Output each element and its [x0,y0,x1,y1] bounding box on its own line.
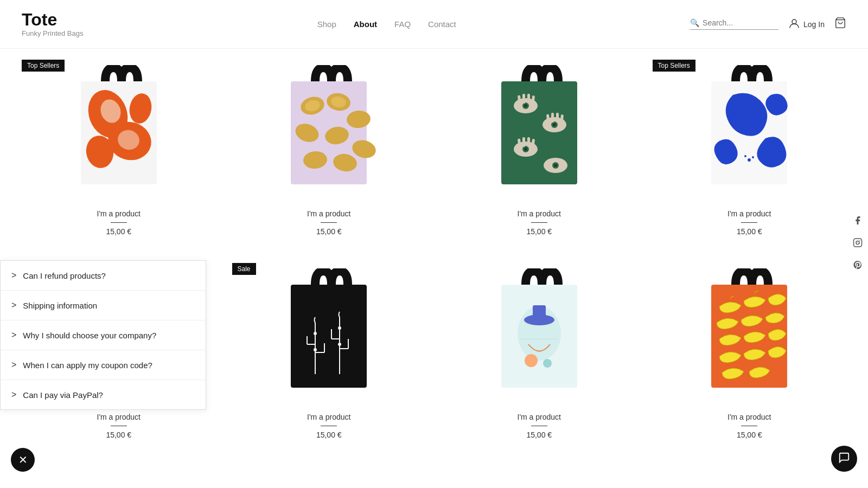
product-name-5: I'm a product [97,413,141,421]
faq-item-2[interactable]: > Shipping information [1,291,206,320]
product-divider-2 [321,222,337,223]
chevron-icon-5: > [11,390,16,400]
product-name-2: I'm a product [307,209,351,218]
product-name-7: I'm a product [518,413,561,421]
faq-item-5[interactable]: > Can I pay via PayPal? [1,380,206,409]
faq-label-2: Shipping information [23,301,97,310]
pinterest-icon[interactable] [853,260,863,273]
bag-svg-8 [700,268,798,399]
svg-point-47 [752,156,754,158]
product-name-6: I'm a product [307,413,351,421]
product-card-1[interactable]: Top Sellers I'm a product [22,60,216,241]
main-nav: Shop About FAQ Contact [317,20,456,29]
faq-item-4[interactable]: > When I can apply my coupon code? [1,350,206,380]
brand-title: Tote [22,11,83,28]
badge-top-sellers-1: Top Sellers [22,60,65,72]
product-name-1: I'm a product [97,209,141,218]
product-card-4[interactable]: Top Sellers I'm a product [653,60,847,241]
svg-point-104 [314,332,316,335]
product-price-8: 15,00 € [737,431,762,439]
product-divider-7 [531,426,547,426]
bag-svg-4 [700,65,798,195]
login-button[interactable]: Log In [788,17,825,31]
facebook-icon[interactable] [853,216,863,228]
svg-point-37 [524,147,527,151]
bag-svg-1 [70,65,168,195]
product-image-6: Sale [232,263,426,404]
product-image-1: Top Sellers [22,60,216,201]
nav-about[interactable]: About [354,20,377,29]
product-divider-4 [741,222,757,223]
chevron-icon-1: > [11,271,16,280]
bag-svg-6 [280,268,378,399]
product-divider-6 [321,426,337,426]
login-label: Log In [803,20,825,29]
bag-svg-3 [490,65,588,195]
main-content: Top Sellers I'm a product [0,49,868,455]
svg-point-116 [856,241,859,245]
bag-svg-7 [490,268,588,399]
product-name-3: I'm a product [518,209,561,218]
svg-point-112 [543,359,552,368]
svg-rect-115 [854,239,862,247]
product-price-2: 15,00 € [316,227,342,236]
svg-point-117 [859,240,860,241]
faq-item-1[interactable]: > Can I refund products? [1,261,206,291]
product-image-4: Top Sellers [653,60,847,201]
product-card-3[interactable]: I'm a product 15,00 € [442,60,636,241]
product-price-7: 15,00 € [526,431,552,439]
product-divider-3 [531,222,547,223]
close-icon: ✕ [18,453,28,455]
product-price-1: 15,00 € [106,227,131,236]
nav-faq[interactable]: FAQ [394,20,411,29]
product-divider-8 [741,426,757,426]
product-name-8: I'm a product [727,413,771,421]
faq-item-3[interactable]: > Why I should choose your company? [1,320,206,350]
svg-point-48 [744,155,746,157]
chevron-icon-2: > [11,300,16,310]
social-bar [847,210,868,278]
svg-rect-32 [551,113,554,123]
user-icon [788,17,800,31]
product-price-4: 15,00 € [737,227,762,236]
svg-rect-92 [291,285,367,388]
faq-label-4: When I can apply my coupon code? [23,361,152,370]
nav-contact[interactable]: Contact [428,20,456,29]
search-input[interactable] [703,18,778,27]
svg-point-111 [525,354,538,367]
chevron-icon-4: > [11,360,16,370]
product-price-6: 15,00 € [316,431,342,439]
product-card-7[interactable]: I'm a product 15,00 € [442,263,636,445]
svg-point-30 [553,123,556,126]
product-image-7 [442,263,636,404]
cart-button[interactable] [834,17,846,31]
instagram-icon[interactable] [853,238,863,251]
badge-top-sellers-4: Top Sellers [653,60,695,72]
header-right: 🔍 Log In [690,17,846,31]
product-image-3 [442,60,636,201]
header: Tote Funky Printed Bags Shop About FAQ C… [0,0,868,49]
svg-point-0 [792,20,796,24]
faq-label-3: Why I should choose your company? [23,331,156,340]
product-card-2[interactable]: I'm a product 15,00 € [232,60,426,241]
badge-sale-6: Sale [232,263,256,275]
bag-svg-2 [280,65,378,195]
faq-overlay: > Can I refund products? > Shipping info… [0,260,206,410]
product-image-8 [653,263,847,404]
search-icon: 🔍 [690,18,699,27]
svg-point-44 [554,164,557,167]
product-name-4: I'm a product [727,209,771,218]
product-card-8[interactable]: I'm a product 15,00 € [653,263,847,445]
product-divider-5 [111,426,127,426]
svg-rect-39 [522,137,525,147]
nav-shop[interactable]: Shop [317,20,336,29]
svg-rect-26 [527,94,530,104]
product-grid-top: Top Sellers I'm a product [22,60,846,241]
product-card-6[interactable]: Sale [232,263,426,445]
product-price-3: 15,00 € [526,227,552,236]
search-bar: 🔍 [690,18,778,30]
brand-subtitle: Funky Printed Bags [22,29,83,37]
product-price-5: 15,00 € [106,431,131,439]
chevron-icon-3: > [11,330,16,340]
svg-point-103 [314,349,316,351]
